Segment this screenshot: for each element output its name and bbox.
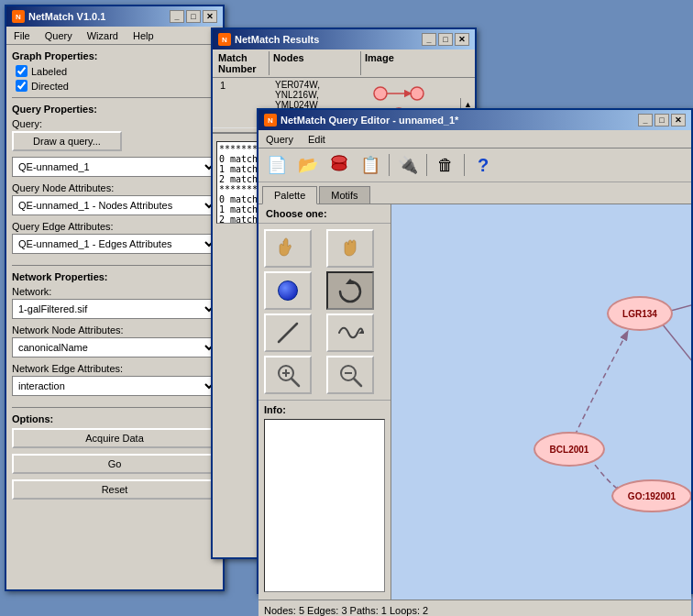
go-button[interactable]: Go bbox=[12, 454, 217, 474]
qe-toolbar: 📄 📂 📋 🔌 🗑 ? bbox=[258, 148, 691, 182]
info-content bbox=[264, 419, 385, 592]
close-button[interactable]: ✕ bbox=[203, 10, 217, 23]
results-window-title: NetMatch Results bbox=[235, 34, 319, 45]
qe-close[interactable]: ✕ bbox=[671, 114, 686, 126]
rotate-tool-button[interactable] bbox=[326, 271, 374, 310]
canvas-svg bbox=[391, 204, 691, 600]
tab-bar: Palette Motifs bbox=[258, 182, 691, 204]
wave-tool-icon bbox=[336, 319, 364, 346]
network-node-attrs-dropdown[interactable]: canonicalName bbox=[12, 337, 217, 358]
node-bcl2001[interactable]: BCL2001 bbox=[534, 432, 605, 467]
results-icon: N bbox=[218, 33, 231, 46]
svg-point-1 bbox=[411, 87, 424, 100]
status-text: Nodes: 5 Edges: 3 Paths: 1 Loops: 2 bbox=[264, 605, 428, 616]
new-doc-button[interactable]: 📄 bbox=[262, 151, 292, 179]
query-editor-window: N NetMatch Query Editor - unnamed_1* _ □… bbox=[257, 108, 693, 594]
zoom-out-icon bbox=[336, 361, 364, 389]
toolbar-sep-3 bbox=[464, 154, 465, 176]
directed-row: Directed bbox=[12, 80, 217, 92]
toolbar-sep-1 bbox=[389, 154, 390, 176]
network-dropdown[interactable]: 1-galFiltered.sif bbox=[12, 299, 217, 319]
qe-menu-bar: Query Edit bbox=[258, 130, 691, 148]
grab-tool-icon bbox=[337, 236, 363, 261]
zoom-in-icon bbox=[274, 361, 302, 389]
hand-tool-icon bbox=[275, 236, 301, 261]
network-label: Network: bbox=[12, 286, 217, 297]
tool-grid bbox=[258, 224, 390, 400]
qe-menu-edit[interactable]: Edit bbox=[304, 133, 329, 146]
rotate-tool-icon bbox=[336, 277, 364, 304]
options-title: Options: bbox=[12, 413, 217, 424]
maximize-button[interactable]: □ bbox=[186, 10, 201, 23]
info-panel: Info: bbox=[258, 400, 390, 600]
svg-line-17 bbox=[354, 379, 361, 386]
node-tool-button[interactable] bbox=[264, 271, 312, 310]
qe-left-panel: Choose one: bbox=[258, 204, 391, 600]
menu-query[interactable]: Query bbox=[41, 29, 76, 42]
col-nodes: Nodes bbox=[270, 51, 361, 75]
query-dropdown[interactable]: QE-unnamed_1 bbox=[12, 157, 217, 177]
labeled-label: Labeled bbox=[31, 66, 67, 77]
wave-tool-button[interactable] bbox=[326, 314, 374, 352]
node-lgr134[interactable]: LGR134 bbox=[607, 296, 673, 331]
qe-icon: N bbox=[264, 114, 277, 126]
minimize-button[interactable]: _ bbox=[170, 10, 184, 23]
trash-button[interactable]: 🗑 bbox=[431, 151, 460, 179]
results-minimize[interactable]: _ bbox=[422, 33, 436, 46]
qe-title: NetMatch Query Editor - unnamed_1* bbox=[280, 115, 458, 126]
line-tool-button[interactable] bbox=[264, 314, 312, 352]
choose-one-label: Choose one: bbox=[258, 204, 390, 224]
network-plugin-button[interactable]: 🔌 bbox=[393, 151, 423, 179]
acquire-data-button[interactable]: Acquire Data bbox=[12, 428, 217, 448]
directed-label: Directed bbox=[31, 81, 69, 92]
network-node-attrs-label: Network Node Attributes: bbox=[12, 324, 217, 336]
tab-palette[interactable]: Palette bbox=[262, 186, 317, 204]
qe-maximize[interactable]: □ bbox=[654, 114, 669, 126]
menu-file[interactable]: File bbox=[10, 29, 34, 42]
svg-line-14 bbox=[292, 379, 299, 386]
svg-point-0 bbox=[374, 87, 387, 100]
labeled-row: Labeled bbox=[12, 65, 217, 77]
col-image: Image bbox=[361, 51, 473, 75]
svg-point-7 bbox=[332, 156, 346, 163]
node-go192001[interactable]: GO:192001 bbox=[611, 479, 691, 512]
main-netmatch-window: N NetMatch V1.0.1 _ □ ✕ File Query Wizar… bbox=[5, 5, 225, 591]
menu-help[interactable]: Help bbox=[129, 29, 158, 42]
zoom-in-tool-button[interactable] bbox=[264, 356, 312, 394]
database-icon bbox=[329, 155, 349, 175]
line-tool-icon bbox=[274, 319, 302, 346]
grab-tool-button[interactable] bbox=[326, 229, 374, 268]
results-close[interactable]: ✕ bbox=[455, 33, 469, 46]
open-folder-button[interactable]: 📂 bbox=[293, 151, 323, 179]
menu-wizard[interactable]: Wizard bbox=[83, 29, 122, 42]
directed-checkbox[interactable] bbox=[16, 80, 28, 92]
edge-attrs-dropdown[interactable]: QE-unnamed_1 - Edges Attributes bbox=[12, 234, 217, 254]
main-panel-content: Graph Properties: Labeled Directed Query… bbox=[6, 45, 223, 589]
network-edge-attrs-dropdown[interactable]: interaction bbox=[12, 376, 217, 396]
tab-motifs[interactable]: Motifs bbox=[319, 186, 369, 204]
qe-canvas[interactable]: LGR134 ? ? BCL2001 GO:192001 bbox=[391, 204, 691, 600]
app-icon: N bbox=[12, 10, 25, 23]
document2-button[interactable]: 📋 bbox=[356, 151, 385, 179]
database-button[interactable] bbox=[324, 151, 354, 179]
node-attrs-label: Query Node Attributes: bbox=[12, 182, 217, 193]
labeled-checkbox[interactable] bbox=[16, 65, 28, 77]
query-properties-title: Query Properties: bbox=[12, 104, 217, 115]
node-ball-icon bbox=[278, 280, 298, 301]
graph-properties-title: Graph Properties: bbox=[12, 50, 217, 61]
edge-attrs-label: Query Edge Attributes: bbox=[12, 221, 217, 232]
svg-point-6 bbox=[332, 163, 346, 170]
reset-button[interactable]: Reset bbox=[12, 479, 217, 500]
results-title-bar: N NetMatch Results _ □ ✕ bbox=[213, 29, 475, 50]
match-number-cell: 1 bbox=[216, 80, 271, 91]
node-attrs-dropdown[interactable]: QE-unnamed_1 - Nodes Attributes bbox=[12, 195, 217, 215]
qe-minimize[interactable]: _ bbox=[638, 114, 653, 126]
help-button[interactable]: ? bbox=[468, 151, 498, 179]
zoom-out-tool-button[interactable] bbox=[326, 356, 374, 394]
results-maximize[interactable]: □ bbox=[438, 33, 453, 46]
qe-menu-query[interactable]: Query bbox=[262, 133, 297, 146]
draw-query-button[interactable]: Draw a query... bbox=[12, 131, 122, 151]
qe-body: Choose one: bbox=[258, 204, 691, 600]
hand-tool-button[interactable] bbox=[264, 229, 312, 268]
network-edge-attrs-label: Network Edge Attributes: bbox=[12, 363, 217, 374]
